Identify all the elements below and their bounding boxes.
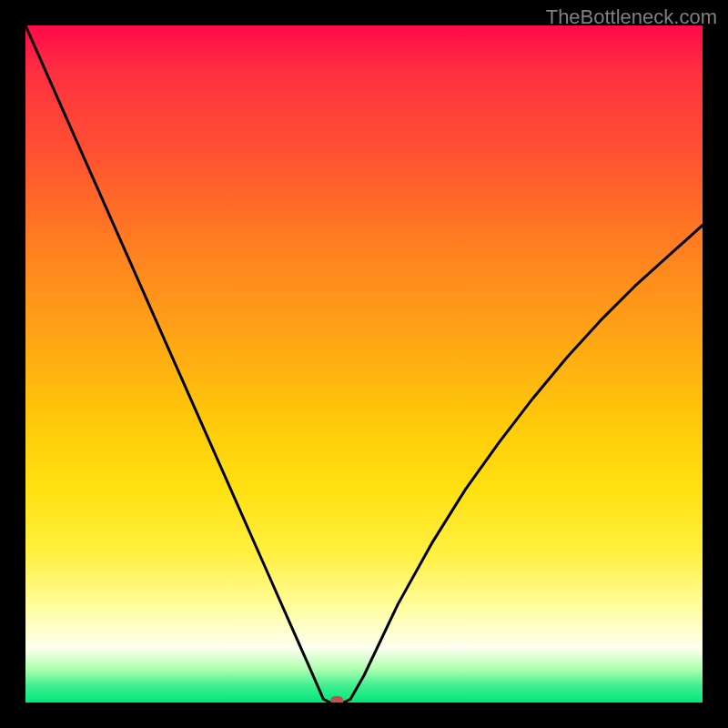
- watermark-text: TheBottleneck.com: [546, 5, 717, 29]
- chart-container: TheBottleneck.com: [0, 0, 728, 728]
- optimal-point-marker: [330, 696, 343, 703]
- chart-svg: [25, 25, 703, 703]
- bottleneck-curve-line: [25, 25, 703, 703]
